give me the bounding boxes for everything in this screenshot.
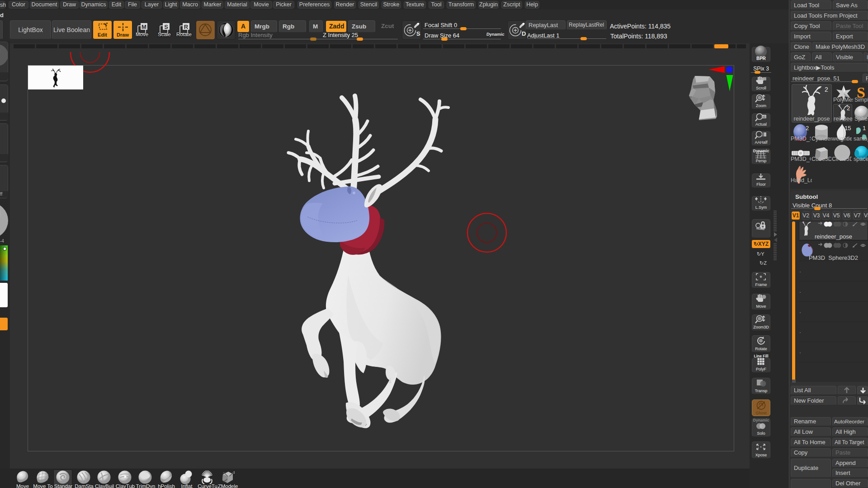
svg-text:S: S [164, 23, 168, 30]
svg-text:D: D [522, 30, 526, 37]
svg-text:M: M [142, 23, 146, 30]
svg-text:x1: x1 [763, 115, 766, 118]
svg-text:S: S [416, 30, 420, 37]
svg-text:1: 1 [233, 471, 235, 474]
svg-text:R: R [184, 23, 189, 30]
